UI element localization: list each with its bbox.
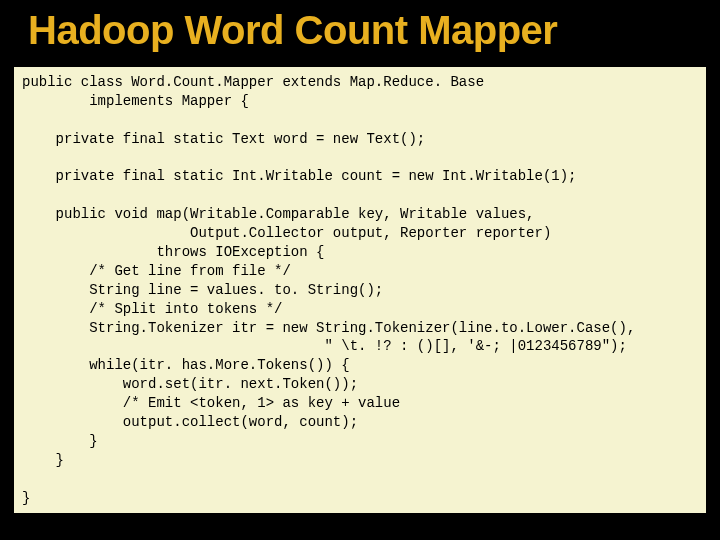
code-block: public class Word.Count.Mapper extends M… xyxy=(12,65,708,515)
code-content: public class Word.Count.Mapper extends M… xyxy=(22,74,635,506)
slide-header: Hadoop Word Count Mapper xyxy=(0,0,720,63)
slide-title: Hadoop Word Count Mapper xyxy=(28,8,692,53)
